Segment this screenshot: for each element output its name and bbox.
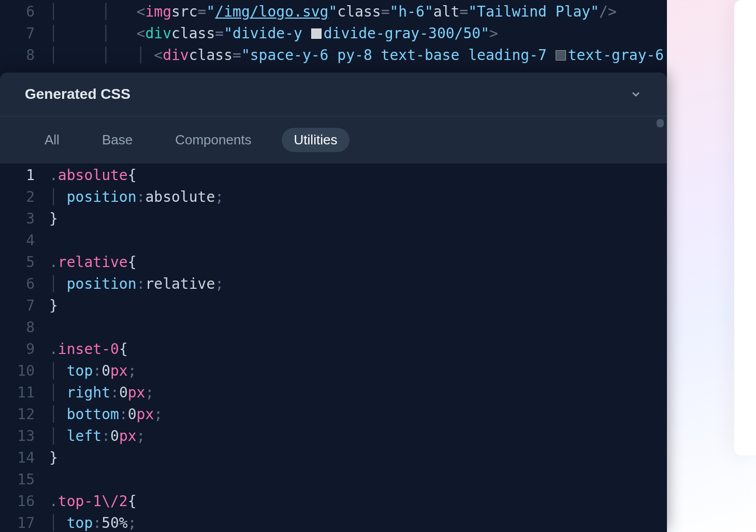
code-line[interactable]: 7 │ │ <div class="divide-y divide-gray-3… [0,23,756,45]
line-number: 7 [0,295,49,317]
line-number: 4 [0,230,49,252]
line-number: 10 [0,360,49,382]
line-number: 14 [0,447,49,469]
line-number: 13 [0,425,49,447]
chevron-down-icon[interactable] [630,88,642,100]
tab-components[interactable]: Components [163,128,264,152]
tab-utilities[interactable]: Utilities [282,128,350,152]
html-editor[interactable]: 6 │ │ <img src="/img/logo.svg" class="h-… [0,0,756,78]
line-number: 7 [0,23,49,45]
line-number: 5 [0,252,49,273]
css-editor[interactable]: 1 .absolute { 2 │ position: absolute; 3 … [0,164,667,532]
generated-css-panel: Generated CSS All Base Components Utilit… [0,72,667,532]
tab-all[interactable]: All [32,128,72,152]
color-swatch-icon [556,50,566,61]
line-number: 12 [0,404,49,425]
line-number: 17 [0,512,49,532]
scrollbar-thumb[interactable] [657,119,664,127]
preview-pane [667,0,756,532]
line-number: 6 [0,273,49,295]
panel-title: Generated CSS [25,86,130,102]
code-line[interactable]: 6 │ │ <img src="/img/logo.svg" class="h-… [0,1,756,23]
tab-base[interactable]: Base [90,128,145,152]
line-number: 8 [0,317,49,338]
line-number: 15 [0,469,49,491]
line-number: 16 [0,491,49,512]
line-number: 11 [0,382,49,404]
line-number: 8 [0,45,49,66]
line-number: 3 [0,208,49,230]
line-number: 6 [0,1,49,23]
line-number: 9 [0,338,49,360]
color-swatch-icon [311,28,322,39]
panel-header[interactable]: Generated CSS [0,72,667,116]
code-line[interactable]: 8 │ │ │ <div class="space-y-6 py-8 text-… [0,45,756,66]
line-number: 2 [0,186,49,208]
css-tabs: All Base Components Utilities [0,116,667,164]
line-number: 1 [0,165,49,186]
